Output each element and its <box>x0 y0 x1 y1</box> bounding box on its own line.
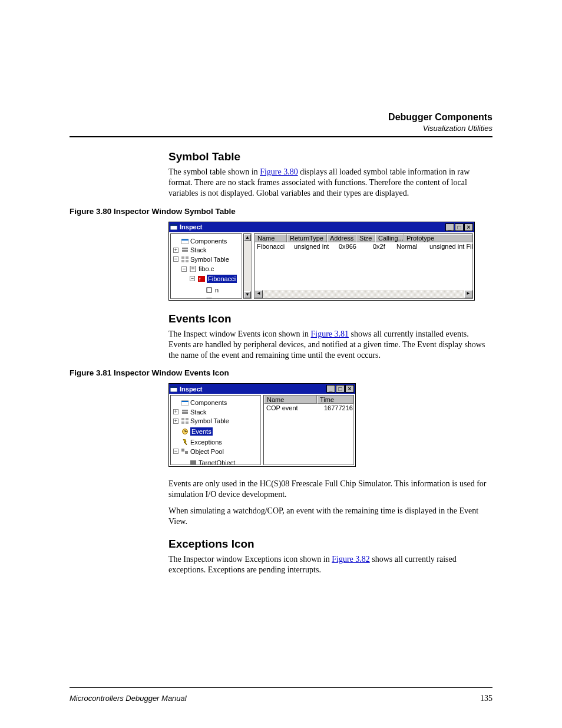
tree-item-n[interactable]: n <box>215 286 219 294</box>
minimize-button[interactable]: _ <box>326 385 335 393</box>
cell-return-type: unsigned int <box>292 243 336 251</box>
window-title: Inspect <box>180 223 445 230</box>
svg-rect-15 <box>207 288 211 292</box>
cell-size: 0x2f <box>371 243 394 251</box>
svg-rect-23 <box>182 412 188 414</box>
col-name[interactable]: Name <box>254 234 287 242</box>
col-name[interactable]: Name <box>264 396 317 404</box>
table-row[interactable]: Fibonacci unsigned int 0x866 0x2f Normal… <box>254 242 472 251</box>
svg-rect-25 <box>186 418 189 420</box>
titlebar[interactable]: Inspect _ □ × <box>169 384 355 394</box>
col-time[interactable]: Time <box>317 396 353 404</box>
list-pane[interactable]: Name Time COP event 16777216 <box>263 395 354 465</box>
cell-name: Fibonacci <box>254 243 292 251</box>
file-icon <box>190 266 197 272</box>
tree-item-target-object[interactable]: TargetObject <box>199 459 235 466</box>
variable-icon <box>206 298 213 299</box>
window-system-icon <box>170 386 177 393</box>
tree-item-components[interactable]: Components <box>190 237 227 245</box>
titlebar[interactable]: Inspect _ □ × <box>169 222 474 232</box>
tree-item-symbol-table[interactable]: Symbol Table <box>190 255 229 263</box>
section-events-icon-para: The Inspect window Events icon shown in … <box>168 329 492 361</box>
tree-item-components[interactable]: Components <box>190 398 227 407</box>
svg-rect-4 <box>182 248 188 249</box>
tree-item-object-pool[interactable]: Object Pool <box>190 447 224 456</box>
tree-item-fib1[interactable]: fib1 <box>215 297 226 299</box>
scroll-down-arrow-icon[interactable]: ▼ <box>244 291 251 298</box>
tree-pane[interactable]: Components +Stack +Symbol Table Events E… <box>170 395 261 465</box>
cell-time: 16777216 <box>322 404 353 412</box>
tree-item-symbol-table[interactable]: Symbol Table <box>190 417 229 425</box>
figure-3-82-link[interactable]: Figure 3.82 <box>332 555 370 564</box>
footer-manual-name: Microcontrollers Debugger Manual <box>70 694 187 703</box>
scroll-right-arrow-icon[interactable]: ► <box>464 290 472 298</box>
figure-3-80-link[interactable]: Figure 3.80 <box>260 167 298 176</box>
tree-item-exceptions[interactable]: Exceptions <box>190 438 222 446</box>
scroll-up-arrow-icon[interactable]: ▲ <box>244 234 251 241</box>
header-rule <box>70 136 492 137</box>
footer-rule <box>70 687 492 688</box>
svg-rect-21 <box>181 401 189 402</box>
footer-page-number: 135 <box>480 694 492 703</box>
minimize-button[interactable]: _ <box>445 223 454 231</box>
svg-rect-27 <box>186 421 189 424</box>
tree-pane[interactable]: Components +Stack −Symbol Table −fibo.c … <box>170 233 242 299</box>
svg-rect-5 <box>182 250 188 252</box>
svg-rect-1 <box>170 224 177 226</box>
col-return-type[interactable]: ReturnType <box>287 234 327 242</box>
header-title: Debugger Components <box>70 112 492 123</box>
svg-rect-34 <box>190 460 196 465</box>
tree-item-fibonacci[interactable]: Fibonacci <box>207 275 237 283</box>
window-title: Inspect <box>180 386 326 393</box>
tree-item-stack[interactable]: Stack <box>190 246 207 254</box>
events-icon <box>181 429 189 434</box>
figure-3-81-link[interactable]: Figure 3.81 <box>310 330 349 338</box>
expander-plus-icon[interactable]: + <box>173 419 178 424</box>
cell-calling: Normal <box>394 243 427 251</box>
exceptions-icon <box>181 439 189 445</box>
window-system-icon <box>170 223 177 230</box>
expander-minus-icon[interactable]: − <box>181 266 187 272</box>
expander-plus-icon[interactable]: + <box>173 409 178 414</box>
close-button[interactable]: × <box>345 385 354 393</box>
col-address[interactable]: Address <box>327 234 356 242</box>
symbol-table-icon <box>181 256 189 262</box>
expander-plus-icon[interactable]: + <box>173 248 178 253</box>
table-row[interactable]: COP event 16777216 <box>264 404 353 413</box>
events-para-2: Events are only used in the HC(S)08 Free… <box>168 479 492 500</box>
svg-rect-19 <box>170 386 177 388</box>
list-pane[interactable]: Name ReturnType Address Size Calling... … <box>254 233 473 299</box>
column-headers: Name Time <box>264 396 353 404</box>
col-size[interactable]: Size <box>356 234 375 242</box>
maximize-button[interactable]: □ <box>455 223 464 231</box>
svg-rect-26 <box>181 421 184 424</box>
inspect-window-2: Inspect _ □ × Components +Stack +Symbol … <box>168 383 356 467</box>
components-icon <box>181 238 189 244</box>
expander-minus-icon[interactable]: − <box>173 256 178 262</box>
list-horizontal-scrollbar[interactable]: ◄ ► <box>254 290 472 298</box>
close-button[interactable]: × <box>464 223 473 231</box>
section-exceptions-icon-para: The Inspector window Exceptions icon sho… <box>168 554 492 575</box>
column-headers: Name ReturnType Address Size Calling... … <box>254 234 472 242</box>
cell-address: 0x866 <box>336 243 371 251</box>
svg-rect-8 <box>181 260 184 262</box>
figure-3-81-caption: Figure 3.81 Inspector Window Events Icon <box>70 368 492 377</box>
col-calling[interactable]: Calling... <box>375 234 404 242</box>
scroll-left-arrow-icon[interactable]: ◄ <box>254 290 263 298</box>
expander-minus-icon[interactable]: − <box>190 276 195 281</box>
cell-name: COP event <box>264 404 322 412</box>
svg-rect-6 <box>181 256 184 259</box>
maximize-button[interactable]: □ <box>336 385 345 393</box>
components-icon <box>181 400 189 406</box>
svg-rect-16 <box>207 298 211 299</box>
svg-marker-31 <box>183 439 187 445</box>
tree-item-fibo-c[interactable]: fibo.c <box>199 265 214 273</box>
symbol-table-icon <box>181 418 189 424</box>
page-header: Debugger Components Visualization Utilit… <box>70 112 492 133</box>
expander-minus-icon[interactable]: − <box>173 449 178 454</box>
tree-item-events[interactable]: Events <box>190 427 213 436</box>
col-prototype[interactable]: Prototype <box>404 234 472 242</box>
tree-item-stack[interactable]: Stack <box>190 408 207 416</box>
svg-rect-24 <box>181 418 184 420</box>
tree-vertical-scrollbar[interactable]: ▲ ▼ <box>243 233 252 299</box>
